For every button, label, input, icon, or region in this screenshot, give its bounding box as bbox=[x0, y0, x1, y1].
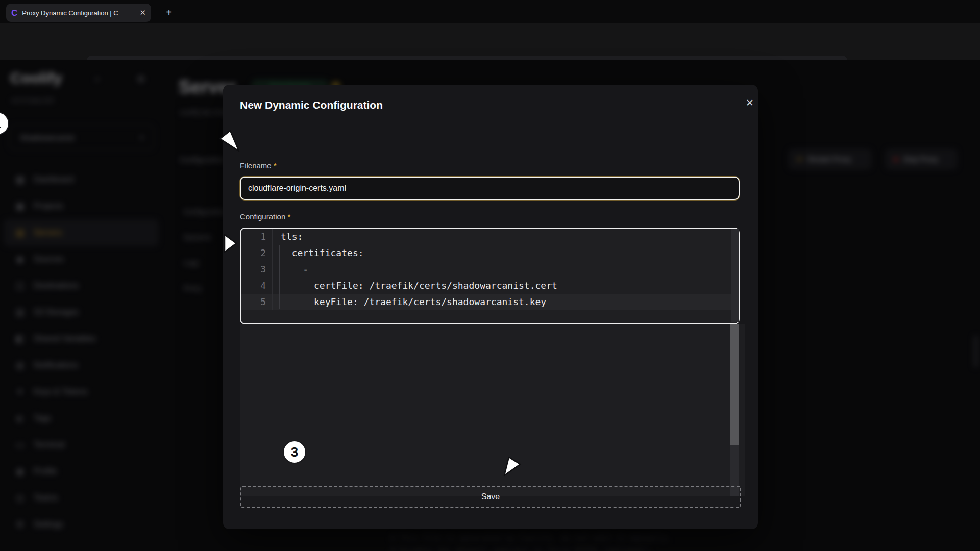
page-background: Coolify ⌕ ⚙ v4.0.0-beta.420 Shadowarcani… bbox=[0, 60, 980, 551]
line-number: 5 bbox=[241, 294, 273, 310]
scrollbar-thumb[interactable] bbox=[730, 324, 739, 445]
code-text: certFile: /traefik/certs/shadowarcanist.… bbox=[273, 278, 557, 294]
editor-scroll-area[interactable] bbox=[240, 324, 745, 496]
new-dynamic-configuration-modal: New Dynamic Configuration ✕ Filename * C… bbox=[223, 85, 758, 529]
line-number: 1 bbox=[241, 229, 273, 245]
editor-scrollbar[interactable] bbox=[731, 229, 739, 322]
modal-title: New Dynamic Configuration bbox=[240, 99, 383, 111]
code-text: tls: bbox=[273, 229, 303, 245]
tab-title: Proxy Dynamic Configuration | C bbox=[22, 9, 130, 17]
callout-3-badge: 3 bbox=[283, 440, 306, 464]
code-text: keyFile: /traefik/certs/shadowarcanist.k… bbox=[273, 294, 546, 310]
code-line: 2 certificates: bbox=[241, 245, 739, 261]
browser-toolbar: ← → coolify.lab.shadowarcanist.com/serve… bbox=[0, 23, 980, 60]
line-number: 2 bbox=[241, 245, 273, 261]
code-line: 5 keyFile: /traefik/certs/shadowarcanist… bbox=[241, 294, 739, 310]
save-button[interactable]: Save bbox=[240, 486, 741, 508]
screen: C Proxy Dynamic Configuration | C ✕ + ← … bbox=[0, 0, 980, 551]
code-line: 4 certFile: /traefik/certs/shadowarcanis… bbox=[241, 278, 739, 294]
line-number: 4 bbox=[241, 278, 273, 294]
line-number: 3 bbox=[241, 261, 273, 278]
browser-tab-bar: C Proxy Dynamic Configuration | C ✕ + bbox=[0, 0, 980, 23]
filename-label: Filename * bbox=[240, 161, 277, 170]
indent-guide bbox=[279, 245, 280, 309]
indent-guide bbox=[306, 278, 306, 309]
configuration-code-editor[interactable]: 1 tls: 2 certificates: 3 - 4 certFile: /… bbox=[240, 228, 740, 324]
tab-close-icon[interactable]: ✕ bbox=[139, 8, 146, 17]
code-text: certificates: bbox=[273, 245, 364, 261]
code-line: 3 - bbox=[241, 261, 739, 278]
required-asterisk: * bbox=[274, 161, 277, 170]
new-tab-button[interactable]: + bbox=[161, 5, 177, 19]
code-line: 1 tls: bbox=[241, 229, 739, 245]
browser-tab[interactable]: C Proxy Dynamic Configuration | C ✕ bbox=[6, 4, 151, 22]
filename-input[interactable] bbox=[240, 177, 740, 200]
configuration-label: Configuration * bbox=[240, 212, 290, 221]
required-asterisk: * bbox=[287, 212, 290, 221]
code-text: - bbox=[273, 261, 308, 278]
coolify-favicon-icon: C bbox=[11, 9, 17, 17]
close-icon[interactable]: ✕ bbox=[746, 97, 754, 109]
